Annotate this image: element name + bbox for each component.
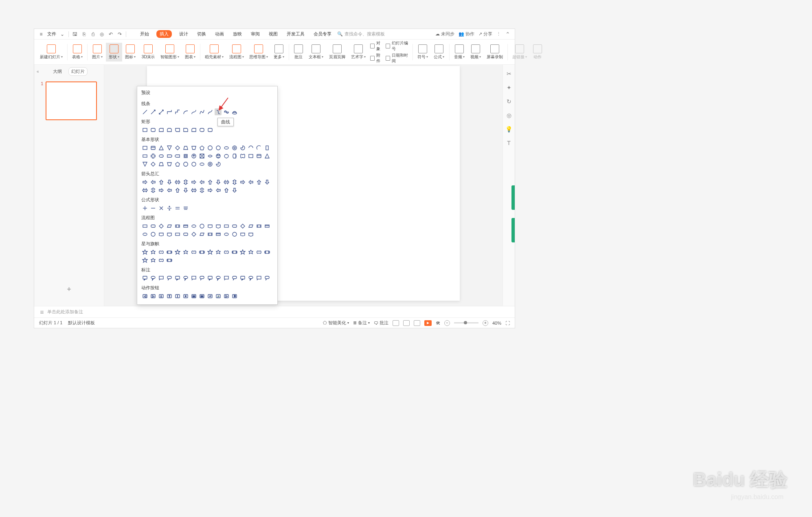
zoom-in-icon[interactable]: +	[483, 320, 488, 326]
ribbon-wordart[interactable]: 艺术字▾	[348, 43, 369, 62]
ribbon-more[interactable]: 更多▾	[271, 43, 287, 62]
sd-basic-shape-5[interactable]	[182, 144, 189, 151]
sd-flow-shape-23[interactable]	[198, 231, 205, 238]
sd-arrows-shape-6[interactable]	[190, 178, 197, 185]
sd-callout-shape-15[interactable]	[263, 275, 270, 282]
sd-callout-shape-0[interactable]	[141, 275, 148, 282]
collapse-panel-icon[interactable]: «	[37, 69, 39, 74]
sd-basic-shape-14[interactable]	[255, 144, 262, 151]
sd-callout-shape-11[interactable]	[231, 275, 238, 282]
sd-basic-shape-4[interactable]	[174, 144, 181, 151]
sd-basic-shape-27[interactable]	[231, 152, 238, 159]
print-preview-icon[interactable]: ⎘	[81, 31, 87, 37]
ribbon-textbox[interactable]: 文本框▾	[306, 43, 326, 62]
sd-basic-shape-29[interactable]	[247, 152, 254, 159]
ribbon-smartart[interactable]: 智能图形▾	[158, 43, 182, 62]
sd-basic-shape-38[interactable]	[190, 161, 197, 167]
sd-basic-shape-25[interactable]	[215, 152, 222, 159]
notes-bar[interactable]: ≣ 单击此处添加备注	[34, 306, 515, 317]
menu-icon[interactable]: ≡	[38, 31, 44, 37]
sd-lines-shape-0[interactable]	[141, 108, 148, 115]
ribbon-datetime[interactable]: 日期和时间	[386, 53, 411, 64]
sd-callout-shape-3[interactable]	[166, 275, 173, 282]
sd-lines-shape-10[interactable]	[223, 108, 230, 115]
sd-arrows-shape-2[interactable]	[158, 178, 165, 185]
sd-basic-shape-23[interactable]	[198, 152, 205, 159]
sd-action-shape-7[interactable]: ⏭	[198, 293, 205, 299]
sd-stars-shape-1[interactable]	[149, 249, 156, 255]
sd-arrows-shape-20[interactable]	[174, 187, 181, 194]
sd-basic-shape-39[interactable]	[198, 161, 205, 167]
sd-basic-shape-3[interactable]	[166, 144, 173, 151]
sd-callout-shape-13[interactable]	[247, 275, 254, 282]
sd-action-shape-6[interactable]: ⏮	[190, 293, 197, 299]
ribbon-icons[interactable]: 图标▾	[122, 43, 139, 62]
sd-arrows-shape-21[interactable]	[182, 187, 189, 194]
sd-stars-shape-14[interactable]	[255, 249, 262, 255]
sd-rects-shape-5[interactable]	[182, 126, 189, 133]
sd-flow-shape-13[interactable]	[247, 222, 254, 229]
sd-arrows-shape-22[interactable]	[190, 187, 197, 194]
sd-basic-shape-16[interactable]	[141, 152, 148, 159]
sd-arrows-shape-14[interactable]	[255, 178, 262, 185]
sd-stars-shape-0[interactable]	[141, 249, 148, 255]
sd-callout-shape-12[interactable]	[239, 275, 246, 282]
sd-action-shape-5[interactable]: ≡	[182, 293, 189, 299]
coop-button[interactable]: 👥 协作	[459, 31, 474, 37]
sd-flow-shape-18[interactable]	[158, 231, 165, 238]
sd-flow-shape-19[interactable]	[166, 231, 173, 238]
sd-rects-shape-6[interactable]	[190, 126, 197, 133]
sd-basic-shape-18[interactable]	[158, 152, 165, 159]
sd-basic-shape-30[interactable]	[255, 152, 262, 159]
sd-arrows-shape-13[interactable]	[247, 178, 254, 185]
sd-stars-shape-16[interactable]	[141, 257, 148, 264]
tab-design[interactable]: 设计	[178, 30, 190, 38]
zoom-slider[interactable]	[454, 322, 478, 323]
ribbon-video[interactable]: 视频▾	[467, 43, 484, 62]
sd-callout-shape-8[interactable]	[206, 275, 213, 282]
add-slide-button[interactable]: +	[34, 281, 104, 298]
sd-stars-shape-7[interactable]	[198, 249, 205, 255]
sd-arrows-shape-24[interactable]	[206, 187, 213, 194]
panel-tab-slides[interactable]: 幻灯片	[68, 67, 88, 76]
sd-callout-shape-9[interactable]	[215, 275, 222, 282]
sd-flow-shape-26[interactable]	[223, 231, 230, 238]
sd-flow-shape-24[interactable]	[206, 231, 213, 238]
side-handle-2[interactable]	[511, 218, 515, 242]
sd-basic-shape-0[interactable]	[141, 144, 148, 151]
sd-arrows-shape-12[interactable]	[239, 178, 246, 185]
sd-arrows-shape-18[interactable]	[158, 187, 165, 194]
sd-eq-shape-4[interactable]	[174, 205, 181, 211]
sd-arrows-shape-17[interactable]	[149, 187, 156, 194]
sd-basic-shape-41[interactable]	[215, 161, 222, 167]
notes-toggle[interactable]: ≣备注▾	[353, 320, 370, 326]
sd-action-shape-4[interactable]: i	[174, 293, 181, 299]
tab-animation[interactable]: 动画	[213, 30, 226, 38]
sd-rects-shape-3[interactable]	[166, 126, 173, 133]
sd-rects-shape-8[interactable]	[206, 126, 213, 133]
sd-basic-shape-26[interactable]	[223, 152, 230, 159]
sd-action-shape-1[interactable]: ▶	[149, 293, 156, 299]
sd-rects-shape-0[interactable]	[141, 126, 148, 133]
undo-icon[interactable]: ↶	[108, 31, 114, 37]
ribbon-object[interactable]: 对象	[370, 40, 384, 52]
sd-lines-shape-11[interactable]	[231, 108, 238, 115]
sd-rects-shape-4[interactable]	[174, 126, 181, 133]
ribbon-comment[interactable]: 批注	[291, 43, 306, 62]
sd-basic-shape-13[interactable]	[247, 144, 254, 151]
sd-flow-shape-27[interactable]	[231, 231, 238, 238]
ribbon-mindmap[interactable]: 思维导图▾	[247, 43, 271, 62]
sd-arrows-shape-15[interactable]	[263, 178, 270, 185]
sd-basic-shape-19[interactable]	[166, 152, 173, 159]
tab-insert[interactable]: 插入	[156, 30, 172, 38]
tools-button[interactable]: 🛠	[436, 321, 440, 326]
sd-callout-shape-4[interactable]	[174, 275, 181, 282]
ribbon-audio[interactable]: 音频▾	[451, 43, 468, 62]
sd-arrows-shape-0[interactable]	[141, 178, 148, 185]
sd-flow-shape-4[interactable]	[174, 222, 181, 229]
sd-basic-shape-8[interactable]	[206, 144, 213, 151]
ribbon-slide-number[interactable]: 幻灯片编号	[386, 40, 411, 52]
sd-callout-shape-2[interactable]	[158, 275, 165, 282]
sd-flow-shape-17[interactable]	[149, 231, 156, 238]
sd-lines-shape-8[interactable]	[206, 108, 213, 115]
